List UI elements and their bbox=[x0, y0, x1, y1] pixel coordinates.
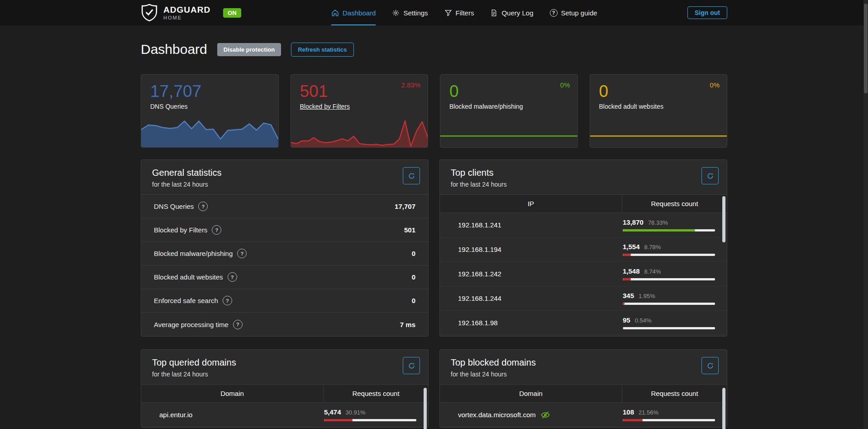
request-percent: 30.91% bbox=[346, 409, 366, 416]
general-statistics-panel: General statistics for the last 24 hours… bbox=[141, 159, 429, 337]
requests-count-cell: 13,87078.33% bbox=[622, 215, 727, 235]
page-header: Dashboard Disable protection Refresh sta… bbox=[141, 39, 727, 60]
request-percent: 78.33% bbox=[648, 219, 668, 226]
column-header-domain[interactable]: Domain bbox=[440, 385, 622, 402]
stat-value: 0 bbox=[412, 297, 415, 304]
page-scrollbar-thumb[interactable] bbox=[864, 4, 868, 93]
refresh-top-clients-button[interactable] bbox=[701, 167, 719, 184]
top-clients-panel: Top clients for the last 24 hours IP Req… bbox=[439, 159, 727, 337]
column-header-ip[interactable]: IP bbox=[440, 195, 622, 212]
top-blocked-domains-panel: Top blocked domains for the last 24 hour… bbox=[439, 349, 727, 428]
column-header-requests-count[interactable]: Requests count bbox=[622, 195, 727, 212]
top-queried-scrollbar[interactable] bbox=[424, 388, 427, 429]
stat-label: Blocked malware/phishing bbox=[154, 250, 233, 257]
nav-item-setup-guide[interactable]: ? Setup guide bbox=[550, 0, 597, 25]
help-circle-icon: ? bbox=[550, 9, 558, 17]
stat-value: 7 ms bbox=[400, 321, 415, 328]
stat-row: Blocked by Filters? 501 bbox=[141, 218, 428, 242]
refresh-top-blocked-button[interactable] bbox=[701, 357, 719, 374]
logo-title: ADGUARD bbox=[163, 5, 210, 14]
client-ip[interactable]: 192.168.1.242 bbox=[440, 270, 622, 278]
nav-item-label: Setup guide bbox=[561, 9, 597, 17]
stat-value: 0 bbox=[412, 273, 415, 281]
top-navbar: ADGUARD HOME ON Dashboard Settings bbox=[0, 0, 868, 25]
nav-item-settings[interactable]: Settings bbox=[392, 0, 428, 25]
stat-row: Blocked malware/phishing? 0 bbox=[141, 242, 428, 265]
dns-queries-card: 17,707 DNS Queries bbox=[141, 74, 279, 148]
progress-bar bbox=[623, 254, 715, 256]
table-header: Domain Requests count bbox=[141, 385, 428, 403]
panel-title: Top queried domains bbox=[152, 357, 417, 368]
table-row: 192.168.1.98 950.54% bbox=[440, 311, 727, 335]
blocked-filters-card: 2.83% 501 Blocked by Filters bbox=[291, 74, 429, 148]
request-percent: 0.54% bbox=[635, 317, 652, 324]
progress-bar bbox=[623, 278, 715, 280]
stat-value: 17,707 bbox=[395, 202, 415, 210]
nav-item-label: Filters bbox=[456, 9, 474, 17]
sign-out-button[interactable]: Sign out bbox=[687, 6, 727, 19]
stat-value: 0 bbox=[412, 250, 415, 257]
nav-item-query-log[interactable]: Query Log bbox=[490, 0, 533, 25]
protection-status-badge: ON bbox=[223, 8, 241, 18]
help-icon[interactable]: ? bbox=[233, 320, 243, 329]
panel-title: Top blocked domains bbox=[451, 357, 716, 368]
document-icon bbox=[490, 9, 498, 17]
panel-subtitle: for the last 24 hours bbox=[152, 371, 417, 378]
nav-item-dashboard[interactable]: Dashboard bbox=[331, 0, 376, 25]
home-icon bbox=[331, 9, 339, 17]
table-row: 192.168.1.244 3451.95% bbox=[440, 286, 727, 311]
top-blocked-scrollbar[interactable] bbox=[722, 388, 725, 429]
request-count: 345 bbox=[623, 292, 634, 299]
logo-subtitle: HOME bbox=[163, 15, 210, 20]
requests-count-cell: 1,5548.78% bbox=[622, 239, 727, 260]
blocked-malware-percent: 0% bbox=[560, 81, 570, 89]
column-header-domain[interactable]: Domain bbox=[141, 385, 323, 402]
column-header-requests-count[interactable]: Requests count bbox=[323, 385, 428, 402]
blocked-domain[interactable]: vortex.data.microsoft.com bbox=[458, 411, 536, 419]
help-icon[interactable]: ? bbox=[228, 272, 237, 282]
help-icon[interactable]: ? bbox=[198, 202, 208, 211]
progress-bar bbox=[623, 229, 715, 231]
help-icon[interactable]: ? bbox=[223, 296, 232, 305]
blocked-adult-sparkline bbox=[590, 119, 727, 147]
client-ip[interactable]: 192.168.1.194 bbox=[440, 246, 622, 253]
blocked-filters-link[interactable]: Blocked by Filters bbox=[300, 103, 350, 110]
nav-item-filters[interactable]: Filters bbox=[444, 0, 474, 25]
requests-count-cell: 3451.95% bbox=[622, 288, 727, 308]
stat-row: Average processing time? 7 ms bbox=[141, 313, 428, 336]
panel-title: Top clients bbox=[451, 168, 716, 178]
refresh-statistics-button[interactable]: Refresh statistics bbox=[291, 43, 353, 57]
refresh-general-statistics-button[interactable] bbox=[403, 167, 420, 184]
dns-queries-sparkline bbox=[141, 119, 278, 147]
top-clients-scrollbar[interactable] bbox=[722, 196, 725, 242]
table-row: 192.168.1.194 1,5548.78% bbox=[440, 237, 727, 262]
gear-icon bbox=[392, 9, 400, 17]
help-icon[interactable]: ? bbox=[212, 225, 221, 235]
nav-item-label: Query Log bbox=[501, 9, 533, 17]
refresh-top-queried-button[interactable] bbox=[403, 357, 420, 374]
adguard-logo: ADGUARD HOME ON bbox=[141, 3, 241, 22]
panel-subtitle: for the last 24 hours bbox=[152, 181, 417, 188]
stat-label: Enforced safe search bbox=[154, 297, 218, 304]
dns-queries-label: DNS Queries bbox=[150, 103, 187, 110]
page-scrollbar[interactable] bbox=[863, 0, 868, 429]
column-header-requests-count[interactable]: Requests count bbox=[622, 385, 727, 402]
help-icon[interactable]: ? bbox=[237, 249, 247, 258]
requests-count-cell: 10821.56% bbox=[622, 405, 727, 425]
progress-bar bbox=[623, 327, 715, 329]
blocked-malware-sparkline bbox=[440, 119, 577, 147]
top-queried-domains-panel: Top queried domains for the last 24 hour… bbox=[141, 349, 429, 428]
dns-queries-value: 17,707 bbox=[150, 82, 278, 101]
eye-slash-icon[interactable] bbox=[540, 410, 550, 420]
request-count: 5,474 bbox=[324, 408, 341, 416]
disable-protection-button[interactable]: Disable protection bbox=[217, 43, 281, 56]
requests-count-cell: 1,5488.74% bbox=[622, 264, 727, 284]
refresh-icon bbox=[408, 173, 415, 179]
stat-label: Average processing time bbox=[154, 321, 229, 328]
client-ip[interactable]: 192.168.1.98 bbox=[440, 319, 622, 327]
stat-label: Blocked adult websites bbox=[154, 273, 223, 281]
queried-domain[interactable]: api.entur.io bbox=[141, 411, 323, 419]
shield-check-icon bbox=[141, 3, 158, 22]
client-ip[interactable]: 192.168.1.241 bbox=[440, 221, 622, 229]
client-ip[interactable]: 192.168.1.244 bbox=[440, 294, 622, 302]
